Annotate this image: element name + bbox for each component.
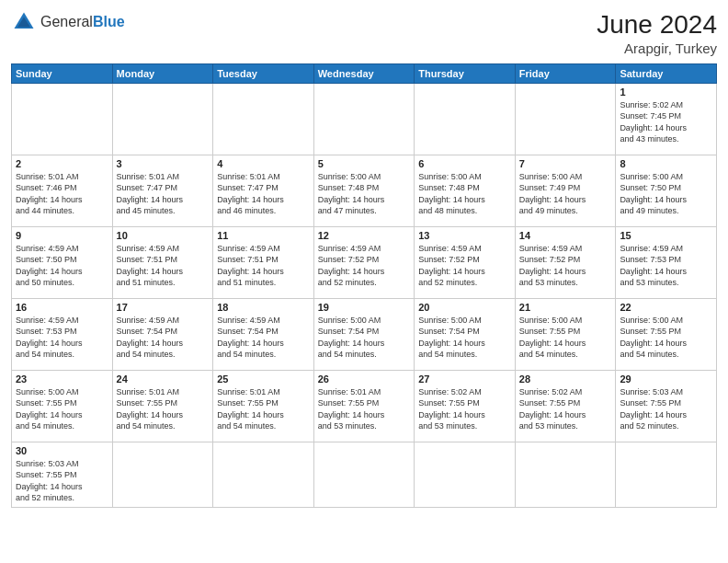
- cell-date-number: 14: [519, 230, 612, 241]
- cell-info-text: Sunrise: 5:02 AM Sunset: 7:55 PM Dayligh…: [519, 386, 612, 432]
- table-row: [112, 83, 213, 155]
- cell-date-number: 30: [16, 445, 108, 456]
- cell-date-number: 29: [620, 373, 712, 385]
- cell-date-number: 6: [418, 158, 511, 169]
- table-row: 2Sunrise: 5:01 AM Sunset: 7:46 PM Daylig…: [12, 155, 113, 226]
- table-row: 6Sunrise: 5:00 AM Sunset: 7:48 PM Daylig…: [415, 155, 516, 226]
- cell-date-number: 19: [318, 302, 411, 313]
- calendar-week-row: 2Sunrise: 5:01 AM Sunset: 7:46 PM Daylig…: [12, 155, 717, 226]
- cell-info-text: Sunrise: 5:02 AM Sunset: 7:45 PM Dayligh…: [620, 99, 712, 145]
- cell-date-number: 26: [318, 373, 411, 385]
- table-row: 19Sunrise: 5:00 AM Sunset: 7:54 PM Dayli…: [313, 298, 415, 370]
- table-row: [415, 442, 516, 507]
- month-year: June 2024: [597, 9, 717, 40]
- table-row: [313, 442, 415, 507]
- table-row: 22Sunrise: 5:00 AM Sunset: 7:55 PM Dayli…: [616, 298, 717, 370]
- table-row: 29Sunrise: 5:03 AM Sunset: 7:55 PM Dayli…: [616, 370, 717, 442]
- cell-date-number: 23: [16, 373, 108, 385]
- cell-info-text: Sunrise: 5:00 AM Sunset: 7:49 PM Dayligh…: [519, 171, 612, 217]
- table-row: 12Sunrise: 4:59 AM Sunset: 7:52 PM Dayli…: [313, 226, 415, 298]
- calendar-week-row: 16Sunrise: 4:59 AM Sunset: 7:53 PM Dayli…: [12, 298, 717, 370]
- cell-info-text: Sunrise: 4:59 AM Sunset: 7:52 PM Dayligh…: [519, 243, 612, 289]
- table-row: 14Sunrise: 4:59 AM Sunset: 7:52 PM Dayli…: [515, 226, 616, 298]
- cell-info-text: Sunrise: 5:01 AM Sunset: 7:55 PM Dayligh…: [117, 386, 210, 432]
- cell-date-number: 25: [217, 373, 310, 385]
- table-row: 1Sunrise: 5:02 AM Sunset: 7:45 PM Daylig…: [616, 83, 717, 155]
- location: Arapgir, Turkey: [597, 40, 717, 56]
- cell-info-text: Sunrise: 5:00 AM Sunset: 7:50 PM Dayligh…: [620, 171, 712, 217]
- cell-date-number: 21: [519, 302, 612, 313]
- table-row: 10Sunrise: 4:59 AM Sunset: 7:51 PM Dayli…: [112, 226, 213, 298]
- table-row: 24Sunrise: 5:01 AM Sunset: 7:55 PM Dayli…: [112, 370, 213, 442]
- table-row: 28Sunrise: 5:02 AM Sunset: 7:55 PM Dayli…: [515, 370, 616, 442]
- cell-date-number: 15: [620, 230, 712, 241]
- header-saturday: Saturday: [616, 63, 717, 83]
- calendar-week-row: 30Sunrise: 5:03 AM Sunset: 7:55 PM Dayli…: [12, 442, 717, 507]
- logo-icon: [11, 9, 37, 35]
- cell-date-number: 24: [117, 373, 210, 385]
- table-row: 17Sunrise: 4:59 AM Sunset: 7:54 PM Dayli…: [112, 298, 213, 370]
- calendar-week-row: 9Sunrise: 4:59 AM Sunset: 7:50 PM Daylig…: [12, 226, 717, 298]
- calendar-week-row: 23Sunrise: 5:00 AM Sunset: 7:55 PM Dayli…: [12, 370, 717, 442]
- cell-info-text: Sunrise: 5:01 AM Sunset: 7:47 PM Dayligh…: [117, 171, 210, 217]
- logo-text: GeneralBlue: [40, 14, 125, 30]
- cell-info-text: Sunrise: 5:03 AM Sunset: 7:55 PM Dayligh…: [620, 386, 712, 432]
- cell-info-text: Sunrise: 5:00 AM Sunset: 7:55 PM Dayligh…: [16, 386, 108, 432]
- cell-info-text: Sunrise: 4:59 AM Sunset: 7:53 PM Dayligh…: [16, 315, 108, 361]
- table-row: 27Sunrise: 5:02 AM Sunset: 7:55 PM Dayli…: [415, 370, 516, 442]
- table-row: [616, 442, 717, 507]
- page: GeneralBlue June 2024 Arapgir, Turkey Su…: [0, 0, 728, 563]
- cell-date-number: 27: [418, 373, 511, 385]
- cell-date-number: 7: [519, 158, 612, 169]
- table-row: [213, 442, 314, 507]
- table-row: 7Sunrise: 5:00 AM Sunset: 7:49 PM Daylig…: [515, 155, 616, 226]
- cell-info-text: Sunrise: 5:00 AM Sunset: 7:55 PM Dayligh…: [519, 315, 612, 361]
- cell-date-number: 10: [117, 230, 210, 241]
- cell-info-text: Sunrise: 4:59 AM Sunset: 7:52 PM Dayligh…: [418, 243, 511, 289]
- table-row: [213, 83, 314, 155]
- table-row: [12, 83, 113, 155]
- table-row: 13Sunrise: 4:59 AM Sunset: 7:52 PM Dayli…: [415, 226, 516, 298]
- calendar: Sunday Monday Tuesday Wednesday Thursday…: [11, 63, 717, 508]
- table-row: 9Sunrise: 4:59 AM Sunset: 7:50 PM Daylig…: [12, 226, 113, 298]
- cell-info-text: Sunrise: 4:59 AM Sunset: 7:51 PM Dayligh…: [217, 243, 310, 289]
- cell-date-number: 4: [217, 158, 310, 169]
- cell-info-text: Sunrise: 5:00 AM Sunset: 7:54 PM Dayligh…: [318, 315, 411, 361]
- table-row: 21Sunrise: 5:00 AM Sunset: 7:55 PM Dayli…: [515, 298, 616, 370]
- table-row: 16Sunrise: 4:59 AM Sunset: 7:53 PM Dayli…: [12, 298, 113, 370]
- title-block: June 2024 Arapgir, Turkey: [597, 9, 717, 56]
- table-row: 11Sunrise: 4:59 AM Sunset: 7:51 PM Dayli…: [213, 226, 314, 298]
- cell-date-number: 18: [217, 302, 310, 313]
- cell-info-text: Sunrise: 5:00 AM Sunset: 7:54 PM Dayligh…: [418, 315, 511, 361]
- cell-info-text: Sunrise: 5:02 AM Sunset: 7:55 PM Dayligh…: [418, 386, 511, 432]
- table-row: 8Sunrise: 5:00 AM Sunset: 7:50 PM Daylig…: [616, 155, 717, 226]
- header-wednesday: Wednesday: [313, 63, 415, 83]
- table-row: [415, 83, 516, 155]
- cell-info-text: Sunrise: 5:01 AM Sunset: 7:47 PM Dayligh…: [217, 171, 310, 217]
- table-row: 5Sunrise: 5:00 AM Sunset: 7:48 PM Daylig…: [313, 155, 415, 226]
- cell-date-number: 20: [418, 302, 511, 313]
- cell-info-text: Sunrise: 5:00 AM Sunset: 7:55 PM Dayligh…: [620, 315, 712, 361]
- cell-info-text: Sunrise: 4:59 AM Sunset: 7:51 PM Dayligh…: [117, 243, 210, 289]
- cell-info-text: Sunrise: 4:59 AM Sunset: 7:54 PM Dayligh…: [117, 315, 210, 361]
- cell-date-number: 11: [217, 230, 310, 241]
- cell-date-number: 8: [620, 158, 712, 169]
- table-row: 20Sunrise: 5:00 AM Sunset: 7:54 PM Dayli…: [415, 298, 516, 370]
- cell-date-number: 9: [16, 230, 108, 241]
- header-friday: Friday: [515, 63, 616, 83]
- cell-date-number: 3: [117, 158, 210, 169]
- table-row: [515, 442, 616, 507]
- cell-info-text: Sunrise: 5:03 AM Sunset: 7:55 PM Dayligh…: [16, 458, 108, 504]
- cell-info-text: Sunrise: 5:00 AM Sunset: 7:48 PM Dayligh…: [418, 171, 511, 217]
- table-row: 4Sunrise: 5:01 AM Sunset: 7:47 PM Daylig…: [213, 155, 314, 226]
- cell-info-text: Sunrise: 4:59 AM Sunset: 7:53 PM Dayligh…: [620, 243, 712, 289]
- cell-info-text: Sunrise: 4:59 AM Sunset: 7:52 PM Dayligh…: [318, 243, 411, 289]
- table-row: 3Sunrise: 5:01 AM Sunset: 7:47 PM Daylig…: [112, 155, 213, 226]
- header-sunday: Sunday: [12, 63, 113, 83]
- table-row: 25Sunrise: 5:01 AM Sunset: 7:55 PM Dayli…: [213, 370, 314, 442]
- cell-date-number: 22: [620, 302, 712, 313]
- calendar-week-row: 1Sunrise: 5:02 AM Sunset: 7:45 PM Daylig…: [12, 83, 717, 155]
- table-row: 26Sunrise: 5:01 AM Sunset: 7:55 PM Dayli…: [313, 370, 415, 442]
- logo: GeneralBlue: [11, 9, 125, 35]
- calendar-header-row: Sunday Monday Tuesday Wednesday Thursday…: [12, 63, 717, 83]
